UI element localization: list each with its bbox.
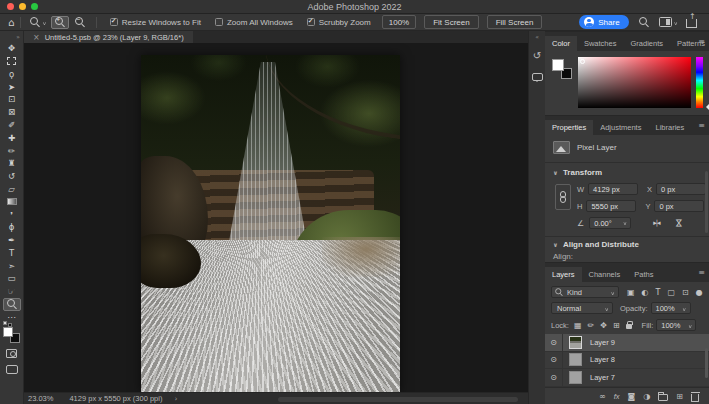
lock-position-icon[interactable]: ✥ (600, 321, 607, 330)
fill-screen-button[interactable]: Fill Screen (487, 15, 543, 29)
flip-vertical-icon[interactable]: ⋈ (673, 219, 683, 228)
tab-libraries[interactable]: Libraries (648, 120, 691, 135)
canvas-area[interactable] (24, 43, 528, 392)
quick-mask-icon[interactable] (6, 349, 17, 358)
flip-horizontal-icon[interactable]: ▸|◂ (653, 219, 659, 227)
tool-zoom[interactable] (3, 298, 21, 311)
visibility-eye-icon[interactable]: ⊙ (545, 369, 563, 386)
history-panel-icon[interactable]: ↺ (533, 50, 541, 61)
tab-channels[interactable]: Channels (582, 267, 628, 282)
home-icon[interactable]: ⌂ (8, 17, 14, 28)
tool-move[interactable]: ✥ (3, 42, 21, 55)
add-layer-mask-icon[interactable]: ◙ (628, 392, 636, 401)
workspace-switcher-icon[interactable] (659, 17, 672, 27)
filter-adjustment-layers-icon[interactable]: ◐ (642, 288, 649, 297)
width-field[interactable]: 4129 px (588, 183, 638, 195)
zoom-tool-preset[interactable]: ∨ (30, 17, 46, 27)
tool-eyedropper[interactable]: ✐ (3, 119, 21, 132)
export-share-icon[interactable]: ↑ (686, 19, 697, 28)
lock-image-pixels-icon[interactable]: ✏ (588, 321, 595, 330)
share-button[interactable]: Share (579, 15, 628, 29)
new-group-icon[interactable] (658, 394, 668, 401)
visibility-eye-icon[interactable]: ⊙ (545, 334, 563, 351)
foreground-background-swatches[interactable] (552, 59, 572, 79)
checkbox-checked[interactable]: ✓ (307, 18, 315, 26)
filter-smart-objects-icon[interactable]: ⊡ (682, 288, 689, 297)
layers-scrollbar[interactable] (705, 348, 708, 378)
filter-toggle-icon[interactable]: ● (696, 288, 703, 297)
zoom-percentage[interactable]: 23.03% (28, 394, 53, 403)
color-swatches-widget[interactable] (3, 327, 20, 343)
blend-mode-select[interactable]: Normal ∨ (551, 302, 613, 314)
tool-path-selection[interactable]: ➣ (3, 260, 21, 273)
document-image[interactable] (141, 55, 400, 392)
hue-slider[interactable] (696, 57, 703, 108)
layer-name[interactable]: Layer 9 (590, 338, 615, 347)
search-icon[interactable] (639, 17, 649, 27)
panel-menu-icon[interactable]: ≡ (698, 121, 705, 130)
tool-lasso[interactable]: ϙ (3, 68, 21, 81)
tab-color[interactable]: Color (545, 36, 577, 51)
layer-row-layer-7[interactable]: ⊙ Layer 7 (545, 369, 709, 387)
document-tab[interactable]: × Untitled-5.psb @ 23% (Layer 9, RGB/16*… (24, 31, 193, 43)
zoom-in-button[interactable]: + (51, 16, 69, 29)
checkbox-checked[interactable]: ✓ (110, 18, 118, 26)
status-options-arrow[interactable]: › (174, 394, 177, 403)
lock-all-icon[interactable] (626, 324, 632, 329)
filter-type-layers-icon[interactable]: T (656, 288, 661, 297)
checkbox-unchecked[interactable] (215, 18, 223, 26)
dock-collapse-icon[interactable]: « (535, 33, 539, 40)
panel-menu-icon[interactable]: ≡ (698, 37, 705, 46)
new-layer-icon[interactable]: ⊞ (676, 392, 683, 401)
tool-gradient[interactable] (3, 196, 21, 209)
tab-paths[interactable]: Paths (627, 267, 660, 282)
rotation-field[interactable]: 0.00° ∨ (589, 217, 631, 229)
tool-pen[interactable]: ✒ (3, 234, 21, 247)
saturation-brightness-field[interactable] (578, 57, 691, 108)
tool-dodge[interactable]: ϕ (3, 221, 21, 234)
tool-frame[interactable]: ⊠ (3, 106, 21, 119)
link-dimensions-icon[interactable] (555, 184, 571, 210)
tool-type[interactable]: T (3, 247, 21, 260)
panel-menu-icon[interactable]: ≡ (698, 268, 705, 277)
tab-properties[interactable]: Properties (545, 120, 593, 135)
filter-kind-select[interactable]: Kind ∨ (551, 286, 619, 298)
zoom-all-windows-checkbox[interactable]: Zoom All Windows (215, 18, 293, 27)
y-field[interactable]: 0 px (654, 200, 704, 212)
filter-shape-layers-icon[interactable]: ▢ (667, 288, 675, 297)
height-field[interactable]: 5550 px (586, 200, 636, 212)
zoom-out-button[interactable]: − (71, 16, 89, 29)
tab-swatches[interactable]: Swatches (577, 36, 624, 51)
close-tab-icon[interactable]: × (33, 33, 40, 42)
tool-hand[interactable]: ☞ (3, 285, 21, 298)
layer-thumbnail[interactable] (569, 353, 582, 366)
layer-name[interactable]: Layer 8 (590, 355, 615, 364)
layer-row-layer-9[interactable]: ⊙ Layer 9 (545, 334, 709, 352)
scrubby-zoom-checkbox[interactable]: ✓ Scrubby Zoom (307, 18, 371, 27)
tab-gradients[interactable]: Gradients (623, 36, 670, 51)
tool-object-selection[interactable]: ➤ (3, 80, 21, 93)
tool-marquee[interactable] (3, 55, 21, 68)
properties-scrollbar[interactable] (705, 171, 708, 233)
fill-select[interactable]: 100% ∨ (656, 319, 696, 331)
horizontal-scrollbar[interactable] (278, 397, 518, 402)
tool-history-brush[interactable]: ↺ (3, 170, 21, 183)
lock-artboard-icon[interactable]: ⊞ (613, 321, 620, 330)
tool-brush[interactable]: ✏ (3, 144, 21, 157)
new-adjustment-layer-icon[interactable]: ◑ (643, 392, 650, 401)
resize-windows-checkbox[interactable]: ✓ Resize Windows to Fit (110, 18, 201, 27)
tool-spot-healing[interactable]: ✚ (3, 132, 21, 145)
filter-pixel-layers-icon[interactable]: ▣ (627, 288, 635, 297)
toolbar-expand-icon[interactable]: » (16, 33, 20, 40)
link-layers-icon[interactable]: ∞ (599, 392, 606, 401)
layer-name[interactable]: Layer 7 (590, 373, 615, 382)
color-picker-marker[interactable] (580, 59, 585, 64)
layer-thumbnail[interactable] (569, 336, 582, 349)
layer-thumbnail[interactable] (569, 371, 582, 384)
delete-layer-icon[interactable] (691, 394, 699, 402)
tool-rectangle[interactable]: ▭ (3, 272, 21, 285)
transform-section-header[interactable]: ∨ Transform (553, 168, 602, 177)
zoom-100-button[interactable]: 100% (382, 15, 416, 29)
foreground-color-swatch[interactable] (3, 327, 13, 337)
layer-style-icon[interactable]: fx (614, 392, 620, 401)
